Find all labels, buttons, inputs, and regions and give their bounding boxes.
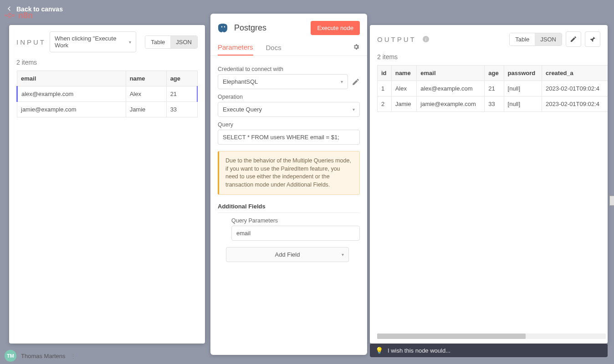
postgres-icon — [218, 23, 229, 34]
input-view-table[interactable]: Table — [145, 36, 170, 48]
output-view-json[interactable]: JSON — [535, 33, 562, 46]
cell-null: [null] — [504, 81, 542, 96]
svg-point-2 — [9, 16, 10, 18]
input-source-label: When clicking "Execute Work — [55, 35, 126, 49]
output-h-scrollbar[interactable] — [377, 334, 606, 339]
query-params-input[interactable]: email — [231, 226, 360, 241]
label-query-params: Query Parameters — [231, 217, 360, 224]
output-table: id name email age password created_a 1 A… — [377, 65, 608, 112]
app-brand-text: n8n — [18, 11, 33, 20]
label-query: Query — [218, 121, 360, 128]
wish-bar[interactable]: 💡 I wish this node would... — [370, 344, 608, 357]
wish-text: I wish this node would... — [388, 347, 450, 354]
output-view-table[interactable]: Table — [510, 33, 535, 46]
user-menu-icon[interactable]: ⋮ — [70, 353, 76, 359]
credential-value: ElephantSQL — [223, 78, 258, 85]
svg-point-5 — [224, 26, 225, 27]
lightbulb-icon: 💡 — [375, 347, 383, 354]
user-name: Thomas Martens — [21, 353, 66, 359]
table-row[interactable]: jamie@example.com Jamie 33 — [17, 102, 198, 117]
input-col-name: name — [126, 71, 166, 86]
cell-null: [null] — [504, 96, 542, 112]
svg-point-4 — [221, 26, 222, 27]
chevron-down-icon: ▾ — [129, 40, 131, 45]
user-avatar[interactable]: TM — [5, 350, 16, 362]
cell: 1 — [378, 81, 392, 96]
input-col-email: email — [17, 71, 126, 86]
input-title: INPUT — [16, 38, 46, 46]
add-field-label: Add Field — [275, 251, 300, 258]
output-col-age: age — [485, 66, 504, 81]
gear-icon[interactable] — [353, 43, 360, 52]
query-value: SELECT * FROM users WHERE email = $1; — [223, 134, 339, 141]
table-row[interactable]: alex@example.com Alex 21 — [17, 86, 198, 102]
output-col-name: name — [391, 66, 417, 81]
input-source-select[interactable]: When clicking "Execute Work ▾ — [50, 31, 136, 52]
output-col-password: password — [504, 66, 542, 81]
input-col-age: age — [166, 71, 197, 86]
query-input[interactable]: SELECT * FROM users WHERE email = $1; — [218, 130, 360, 145]
svg-point-0 — [5, 15, 7, 16]
cell: 21 — [485, 81, 504, 96]
cell: 2023-02-01T09:02:4 — [542, 81, 608, 96]
label-credential: Credential to connect with — [218, 66, 360, 72]
cell: alex@example.com — [17, 86, 126, 102]
pin-output-icon[interactable] — [585, 31, 600, 47]
cell: 2023-02-01T09:02:4 — [542, 96, 608, 112]
cell: alex@example.com — [417, 81, 485, 96]
table-row[interactable]: 2 Jamie jamie@example.com 33 [null] 2023… — [378, 96, 608, 112]
output-col-email: email — [417, 66, 485, 81]
cell: 2 — [378, 96, 392, 112]
scrollbar-thumb[interactable] — [377, 334, 526, 339]
additional-fields-header: Additional Fields — [218, 203, 360, 213]
cell: jamie@example.com — [417, 96, 485, 112]
chevron-down-icon: ▾ — [342, 252, 344, 257]
info-icon[interactable]: i — [423, 36, 429, 42]
output-title: OUTPUT — [377, 35, 416, 43]
node-config-panel: Postgres Execute node Parameters Docs Cr… — [210, 14, 367, 355]
cell: jamie@example.com — [17, 102, 126, 117]
input-panel: INPUT When clicking "Execute Work ▾ Tabl… — [9, 25, 205, 344]
edit-credential-icon[interactable] — [352, 78, 360, 86]
edit-output-icon[interactable] — [566, 31, 581, 47]
output-col-created: created_a — [542, 66, 608, 81]
chevron-down-icon: ▾ — [341, 79, 343, 84]
chevron-down-icon: ▾ — [353, 107, 355, 112]
operation-value: Execute Query — [223, 106, 262, 113]
tab-parameters[interactable]: Parameters — [218, 40, 253, 56]
output-col-id: id — [378, 66, 392, 81]
cell: Jamie — [391, 96, 417, 112]
input-view-toggle: Table JSON — [145, 35, 198, 49]
cell: Jamie — [126, 102, 166, 117]
svg-point-3 — [13, 15, 15, 16]
input-view-json[interactable]: JSON — [170, 36, 197, 48]
add-field-button[interactable]: Add Field ▾ — [226, 247, 349, 262]
input-items-count: 2 items — [9, 59, 205, 71]
output-panel: OUTPUT i Table JSON 2 items id name emai… — [370, 25, 608, 344]
output-view-toggle: Table JSON — [509, 33, 562, 46]
info-banner: Due to the behavior of the Multiple Quer… — [218, 151, 360, 195]
tab-docs[interactable]: Docs — [266, 40, 281, 55]
cell: Alex — [126, 86, 166, 102]
cell: 33 — [166, 102, 197, 117]
operation-select[interactable]: Execute Query ▾ — [218, 102, 360, 117]
node-title: Postgres — [234, 23, 305, 33]
svg-point-1 — [9, 13, 10, 15]
label-operation: Operation — [218, 94, 360, 100]
app-brand-logo: n8n — [5, 10, 33, 21]
credential-select[interactable]: ElephantSQL ▾ — [218, 74, 348, 89]
output-items-count: 2 items — [370, 53, 608, 65]
right-edge-tab[interactable] — [609, 196, 614, 206]
execute-node-button[interactable]: Execute node — [311, 21, 360, 35]
cell: 21 — [166, 86, 197, 102]
input-table: email name age alex@example.com Alex 21 … — [16, 71, 198, 117]
cell: Alex — [391, 81, 417, 96]
cell: 33 — [485, 96, 504, 112]
table-row[interactable]: 1 Alex alex@example.com 21 [null] 2023-0… — [378, 81, 608, 96]
query-params-value: email — [236, 230, 251, 237]
